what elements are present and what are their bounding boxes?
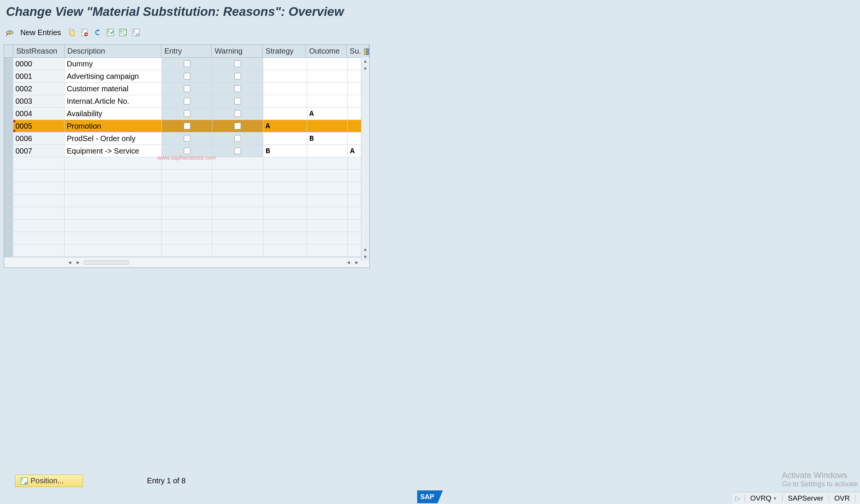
cell-entry[interactable] — [162, 145, 212, 157]
cell-description[interactable] — [64, 244, 162, 257]
scroll-up-bottom-icon[interactable]: ▲ — [362, 246, 369, 253]
cell-su[interactable] — [348, 232, 362, 244]
undo-icon[interactable] — [92, 27, 103, 38]
cell-su[interactable] — [348, 170, 362, 182]
entry-checkbox[interactable] — [184, 73, 190, 80]
cell-outcome[interactable] — [307, 157, 348, 169]
row-selector[interactable] — [4, 70, 13, 82]
warning-checkbox[interactable] — [234, 110, 241, 117]
cell-strategy[interactable] — [263, 207, 307, 219]
cell-strategy[interactable] — [263, 95, 307, 107]
table-row[interactable]: 0001Advertising campaign — [4, 70, 369, 83]
row-selector[interactable] — [4, 244, 13, 257]
cell-warning[interactable] — [212, 145, 263, 157]
cell-su[interactable] — [348, 182, 362, 194]
cell-warning[interactable] — [212, 182, 263, 194]
table-row-empty[interactable] — [4, 244, 369, 257]
cell-su[interactable] — [348, 58, 362, 70]
entry-checkbox[interactable] — [184, 148, 190, 154]
cell-description[interactable]: Dummy — [64, 58, 162, 70]
table-row-empty[interactable] — [4, 157, 369, 170]
cell-reason[interactable] — [13, 220, 64, 232]
cell-reason[interactable] — [13, 244, 64, 257]
cell-reason[interactable]: 0006 — [13, 132, 64, 144]
cell-warning[interactable] — [212, 232, 263, 244]
cell-warning[interactable] — [212, 244, 263, 257]
cell-description[interactable]: Equipment -> Service — [64, 145, 162, 157]
table-row-empty[interactable] — [4, 220, 369, 232]
cell-entry[interactable] — [162, 207, 212, 219]
col-warning[interactable]: Warning — [212, 45, 263, 57]
cell-su[interactable] — [348, 83, 362, 95]
cell-outcome[interactable] — [307, 145, 348, 157]
col-entry[interactable]: Entry — [161, 45, 212, 57]
cell-description[interactable] — [64, 207, 162, 219]
cell-entry[interactable] — [162, 120, 212, 132]
hscroll-track[interactable] — [84, 260, 129, 265]
warning-checkbox[interactable] — [234, 135, 241, 142]
table-row[interactable]: 0002Customer material — [4, 83, 369, 95]
table-row-empty[interactable] — [4, 207, 369, 220]
cell-su[interactable] — [348, 244, 362, 257]
col-su[interactable]: Su.. — [347, 45, 361, 57]
cell-description[interactable] — [64, 170, 162, 182]
cell-warning[interactable] — [212, 157, 263, 169]
cell-outcome[interactable] — [307, 120, 348, 132]
row-selector[interactable] — [4, 220, 13, 232]
entry-checkbox[interactable] — [184, 135, 190, 142]
cell-description[interactable]: Customer material — [64, 83, 162, 95]
copy-as-icon[interactable] — [66, 27, 77, 38]
table-row[interactable]: 0007Equipment -> ServiceBA — [4, 145, 369, 157]
cell-warning[interactable] — [212, 207, 263, 219]
cell-warning[interactable] — [212, 83, 263, 95]
table-row-empty[interactable] — [4, 182, 369, 195]
cell-outcome[interactable] — [307, 95, 348, 107]
cell-su[interactable] — [348, 132, 362, 144]
cell-description[interactable]: Internat.Article No. — [64, 95, 162, 107]
cell-outcome[interactable] — [307, 170, 348, 182]
row-selector[interactable] — [4, 120, 13, 132]
horizontal-scrollbar[interactable]: ◄ ► ◄ ► — [4, 257, 369, 267]
cell-reason[interactable] — [13, 195, 64, 207]
scroll-down-icon[interactable]: ▼ — [362, 65, 369, 72]
table-row[interactable]: 0003Internat.Article No. — [4, 95, 369, 108]
cell-reason[interactable] — [13, 232, 64, 244]
cell-strategy[interactable]: A — [263, 120, 307, 132]
scroll-left-icon[interactable]: ◄ — [66, 258, 74, 267]
cell-reason[interactable] — [13, 207, 64, 219]
cell-reason[interactable]: 0003 — [13, 95, 64, 107]
vertical-scrollbar[interactable]: ▲ ▼ ▲ ▼ — [361, 57, 369, 261]
cell-entry[interactable] — [162, 170, 212, 182]
cell-outcome[interactable] — [307, 220, 348, 232]
cell-entry[interactable] — [162, 157, 212, 169]
table-row-empty[interactable] — [4, 170, 369, 182]
cell-strategy[interactable] — [263, 195, 307, 207]
warning-checkbox[interactable] — [234, 85, 241, 92]
cell-description[interactable] — [64, 232, 162, 244]
cell-warning[interactable] — [212, 170, 263, 182]
entry-checkbox[interactable] — [184, 123, 190, 129]
col-outcome[interactable]: Outcome — [306, 45, 347, 57]
toggle-display-icon[interactable] — [5, 27, 15, 38]
cell-entry[interactable] — [162, 95, 212, 107]
scroll-right-icon[interactable]: ► — [74, 258, 82, 267]
cell-su[interactable] — [348, 207, 362, 219]
cell-strategy[interactable]: B — [263, 145, 307, 157]
cell-warning[interactable] — [212, 195, 263, 207]
cell-outcome[interactable] — [307, 58, 348, 70]
scroll-right-right-icon[interactable]: ► — [353, 258, 361, 267]
cell-su[interactable] — [348, 70, 362, 82]
deselect-all-icon[interactable] — [131, 27, 141, 38]
row-selector[interactable] — [4, 132, 13, 144]
table-row[interactable]: 0005PromotionA — [4, 120, 369, 132]
warning-checkbox[interactable] — [234, 148, 241, 154]
cell-strategy[interactable] — [263, 108, 307, 120]
cell-strategy[interactable] — [263, 157, 307, 169]
entry-checkbox[interactable] — [184, 60, 190, 67]
cell-reason[interactable] — [13, 157, 64, 169]
entry-checkbox[interactable] — [184, 98, 190, 104]
new-entries-button[interactable]: New Entries — [17, 28, 64, 37]
cell-entry[interactable] — [162, 83, 212, 95]
cell-outcome[interactable] — [307, 70, 348, 82]
cell-entry[interactable] — [162, 58, 212, 70]
